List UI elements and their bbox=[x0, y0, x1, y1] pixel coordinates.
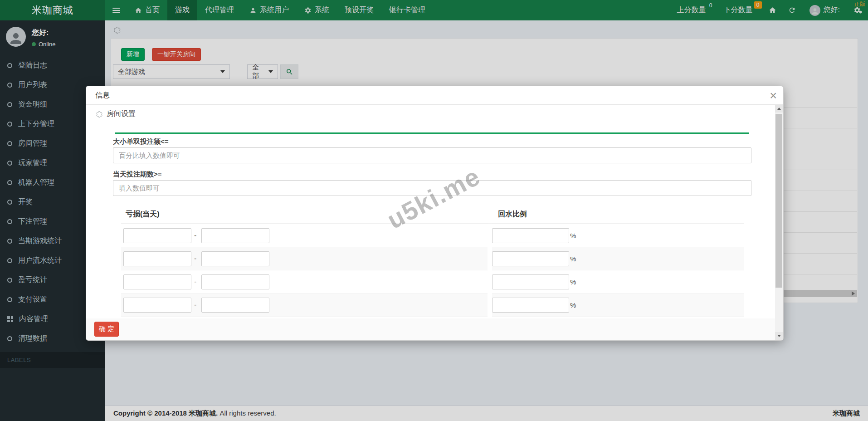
bet-amount-label: 大小单双投注额<= bbox=[113, 137, 169, 146]
loss-min-input[interactable] bbox=[123, 298, 191, 313]
rebate-percent-input[interactable] bbox=[492, 228, 569, 243]
loss-max-input[interactable] bbox=[201, 274, 269, 289]
arrow-up-icon bbox=[777, 108, 781, 110]
modal-title: 信息 bbox=[95, 91, 110, 100]
vertical-scrollbar[interactable] bbox=[775, 105, 783, 340]
arrow-down-icon bbox=[777, 335, 781, 337]
loss-min-input[interactable] bbox=[123, 251, 191, 266]
table-row: - % bbox=[121, 293, 744, 316]
scroll-up-button[interactable] bbox=[775, 105, 783, 113]
rebate-percent-input[interactable] bbox=[492, 251, 569, 266]
confirm-button[interactable]: 确 定 bbox=[94, 322, 119, 337]
scrollbar-thumb[interactable] bbox=[775, 114, 782, 288]
loss-min-input[interactable] bbox=[123, 274, 191, 289]
loss-column-header: 亏损(当天) bbox=[121, 210, 488, 219]
section-title-row: 房间设置 bbox=[96, 109, 136, 119]
table-row: - % bbox=[121, 247, 744, 270]
table-row: - % bbox=[121, 224, 744, 247]
loss-max-input[interactable] bbox=[201, 251, 269, 266]
scroll-down-button[interactable] bbox=[775, 332, 783, 340]
gear-outline-icon bbox=[96, 111, 103, 118]
loss-max-input[interactable] bbox=[201, 298, 269, 313]
rebate-settings-table: 亏损(当天) 回水比例 - % - bbox=[121, 206, 744, 318]
close-icon[interactable]: × bbox=[770, 87, 777, 104]
rebate-percent-input[interactable] bbox=[492, 274, 569, 289]
modal-footer: 确 定 bbox=[86, 318, 783, 340]
modal-body: 房间设置 大小单双投注额<= 当天投注期数>= 亏损(当天) 回水比例 - % bbox=[86, 105, 783, 318]
modal-header: 信息 × bbox=[86, 86, 783, 105]
bet-periods-input[interactable] bbox=[113, 180, 751, 196]
loss-max-input[interactable] bbox=[201, 228, 269, 243]
section-title: 房间设置 bbox=[107, 109, 136, 119]
green-divider bbox=[115, 132, 749, 134]
table-row: - % bbox=[121, 270, 744, 293]
room-settings-modal: 信息 × 房间设置 大小单双投注额<= 当天投注期数>= 亏损(当天) 回水比例… bbox=[86, 86, 784, 341]
table-header-row: 亏损(当天) 回水比例 bbox=[121, 206, 744, 224]
bet-amount-input[interactable] bbox=[113, 147, 751, 163]
loss-min-input[interactable] bbox=[123, 228, 191, 243]
rebate-column-header: 回水比例 bbox=[492, 210, 744, 219]
bet-periods-label: 当天投注期数>= bbox=[113, 170, 162, 179]
rebate-percent-input[interactable] bbox=[492, 298, 569, 313]
